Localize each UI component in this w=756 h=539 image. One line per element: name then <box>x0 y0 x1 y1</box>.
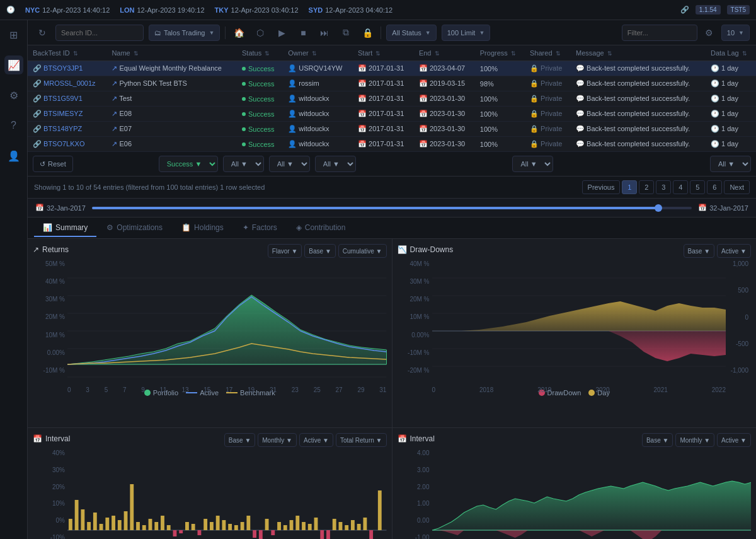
drawdowns-chart-body: 40M % 30M % 20M % 10M % 0.00% -10M % -20… <box>398 260 752 386</box>
end-filter-select[interactable]: All ▼ <box>315 156 356 172</box>
start-date-label: 📅 32-Jan-2017 <box>35 204 86 212</box>
interval-left-base[interactable]: Base ▼ <box>224 433 255 447</box>
col-owner[interactable]: Owner ⇅ <box>283 45 353 61</box>
page-4-button[interactable]: 4 <box>673 180 688 194</box>
interval-right-active[interactable]: Active ▼ <box>717 433 751 447</box>
pagination: Showing 1 to 10 of 54 entries (filtered … <box>28 177 756 199</box>
svg-rect-53 <box>302 522 306 530</box>
cell-end: 📅 2023-01-30 <box>414 137 475 152</box>
search-input[interactable] <box>55 25 144 41</box>
workspace-selector[interactable]: 🗂 Talos Trading ▼ <box>149 25 220 41</box>
limit-filter-button[interactable]: 100 Limit ▼ <box>442 25 491 41</box>
status-filter-button[interactable]: All Status ▼ <box>386 25 436 41</box>
interval-left-active[interactable]: Active ▼ <box>299 433 333 447</box>
nav-button[interactable]: ⬡ <box>252 25 268 41</box>
col-backtest-id[interactable]: BackTest ID ⇅ <box>28 45 106 61</box>
interval-right-monthly[interactable]: Monthly ▼ <box>675 433 714 447</box>
interval-right-title: 📅 Interval <box>398 434 435 443</box>
limit-filter-arrow: ▼ <box>479 30 484 36</box>
table-row[interactable]: 🔗 BTSO7LKXO ↗ E06 Success 👤 witdouckx 📅 … <box>28 137 756 152</box>
svg-rect-22 <box>112 516 115 530</box>
cell-shared: 🔒 Private <box>525 137 571 152</box>
summary-icon: 📊 <box>43 223 52 232</box>
interval-right-base[interactable]: Base ▼ <box>642 433 673 447</box>
cell-start: 📅 2017-01-31 <box>353 137 414 152</box>
col-name[interactable]: Name ⇅ <box>106 45 237 61</box>
play-button[interactable]: ▶ <box>273 25 290 41</box>
reset-filter-button[interactable]: ↺ Reset <box>33 156 73 172</box>
table-row[interactable]: 🔗 BTS1G59V1 ↗ Test Success 👤 witdouckx 📅… <box>28 91 756 107</box>
owner-filter-select[interactable]: All ▼ <box>223 156 264 172</box>
interval-left-monthly[interactable]: Monthly ▼ <box>258 433 297 447</box>
page-5-button[interactable]: 5 <box>690 180 705 194</box>
svg-rect-64 <box>369 530 373 539</box>
start-filter-select[interactable]: All ▼ <box>269 156 310 172</box>
returns-flavor-select[interactable]: Flavor ▼ <box>268 244 302 258</box>
col-status[interactable]: Status ⇅ <box>237 45 283 61</box>
copy-button[interactable]: ⧉ <box>338 25 354 41</box>
cell-status: Success <box>237 107 283 122</box>
status-filter-select[interactable]: Success ▼ All <box>159 156 218 172</box>
sidebar-settings-icon[interactable]: ⚙ <box>4 86 23 105</box>
tab-summary[interactable]: 📊 Summary <box>34 219 96 237</box>
next-page-button[interactable]: Next <box>724 180 750 194</box>
cell-id[interactable]: 🔗 BTSOY3JP1 <box>28 61 106 76</box>
page-3-button[interactable]: 3 <box>656 180 671 194</box>
sidebar-chart-icon[interactable]: 📈 <box>4 55 23 74</box>
stop-button[interactable]: ■ <box>295 25 311 41</box>
page-6-button[interactable]: 6 <box>707 180 722 194</box>
table-row[interactable]: 🔗 MROSSL_0001z ↗ Python SDK Test BTS Suc… <box>28 76 756 91</box>
sidebar-question-icon[interactable]: ? <box>4 116 23 135</box>
col-shared[interactable]: Shared ⇅ <box>525 45 571 61</box>
col-start[interactable]: Start ⇅ <box>353 45 414 61</box>
cell-id[interactable]: 🔗 MROSSL_0001z <box>28 76 106 91</box>
home-button[interactable]: 🏠 <box>231 25 247 41</box>
limit-num-button[interactable]: 10 ▼ <box>721 25 750 41</box>
cell-progress: 100% <box>475 91 525 107</box>
returns-base-select[interactable]: Base ▼ <box>304 244 335 258</box>
page-2-button[interactable]: 2 <box>639 180 654 194</box>
lock-button[interactable]: 🔒 <box>359 25 375 41</box>
svg-rect-32 <box>173 530 177 536</box>
refresh-button[interactable]: ↻ <box>34 25 50 41</box>
cell-shared: 🔒 Private <box>525 61 571 76</box>
sidebar-user-icon[interactable]: 👤 <box>4 146 23 165</box>
date-range-slider[interactable] <box>92 207 692 209</box>
cell-lag: 🕐 1 day <box>706 76 756 91</box>
cell-id[interactable]: 🔗 BTSIMESYZ <box>28 107 106 122</box>
previous-page-button[interactable]: Previous <box>582 180 621 194</box>
filter-input[interactable] <box>622 25 697 41</box>
filter-settings-button[interactable]: ⚙ <box>701 25 718 41</box>
tab-holdings[interactable]: 📋 Holdings <box>173 219 232 237</box>
drawdowns-base-select[interactable]: Base ▼ <box>684 244 714 258</box>
returns-cumulative-select[interactable]: Cumulative ▼ <box>338 244 387 258</box>
table-row[interactable]: 🔗 BTSIMESYZ ↗ E08 Success 👤 witdouckx 📅 … <box>28 107 756 122</box>
interval-right-panel: 📅 Interval Base ▼ Monthly ▼ Active ▼ 4.0… <box>392 428 757 539</box>
col-message[interactable]: Message ⇅ <box>571 45 706 61</box>
cell-id[interactable]: 🔗 BTS1G59V1 <box>28 91 106 107</box>
col-datalag[interactable]: Data Lag ⇅ <box>706 45 756 61</box>
drawdowns-x-axis: 0 2018 2019 2020 2021 2022 <box>432 385 726 395</box>
table-row[interactable]: 🔗 BTSOY3JP1 ↗ Equal Weight Monthly Rebal… <box>28 61 756 76</box>
cell-name: ↗ Test <box>106 91 237 107</box>
tab-contribution[interactable]: ◈ Contribution <box>287 219 355 237</box>
table-row[interactable]: 🔗 BTS148YPZ ↗ E07 Success 👤 witdouckx 📅 … <box>28 122 756 137</box>
forward-button[interactable]: ⏭ <box>316 25 333 41</box>
cell-lag: 🕐 1 day <box>706 122 756 137</box>
cell-id[interactable]: 🔗 BTSO7LKXO <box>28 137 106 152</box>
tab-factors[interactable]: ✦ Factors <box>234 219 286 237</box>
svg-rect-49 <box>277 522 281 530</box>
sidebar-grid-icon[interactable]: ⊞ <box>4 25 23 44</box>
contribution-icon: ◈ <box>296 223 302 232</box>
col-progress[interactable]: Progress ⇅ <box>475 45 525 61</box>
datalag-filter-select[interactable]: All ▼ <box>710 156 751 172</box>
svg-rect-21 <box>105 518 109 530</box>
shared-filter-select[interactable]: All ▼ <box>512 156 553 172</box>
col-end[interactable]: End ⇅ <box>414 45 475 61</box>
page-1-button[interactable]: 1 <box>622 180 637 194</box>
tab-optimizations[interactable]: ⚙ Optimizations <box>98 219 171 237</box>
drawdowns-active-select[interactable]: Active ▼ <box>717 244 751 258</box>
cell-name: ↗ E08 <box>106 107 237 122</box>
interval-left-totalreturn[interactable]: Total Return ▼ <box>336 433 387 447</box>
cell-id[interactable]: 🔗 BTS148YPZ <box>28 122 106 137</box>
